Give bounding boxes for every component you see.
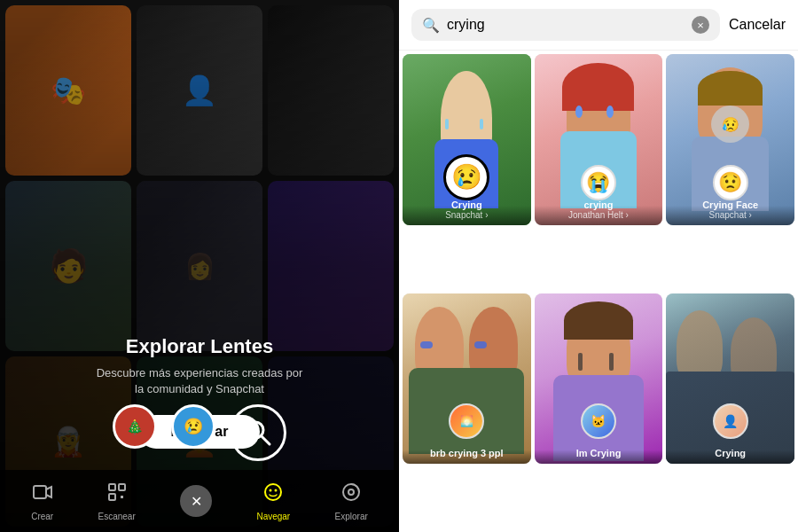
lens-badge-4: 🌅: [449, 403, 484, 439]
clear-button[interactable]: ×: [692, 16, 709, 34]
svg-point-7: [265, 484, 281, 500]
result-item-3[interactable]: 😥 😟 Crying Face Snapchat ›: [666, 54, 794, 225]
lens-previews: 🎄 😢: [0, 395, 399, 470]
navegar-icon: [262, 481, 284, 508]
result-overlay-5: Im Crying: [535, 441, 663, 464]
result-overlay-4: brb crying 3 ppl: [403, 441, 531, 464]
result-name-3: Crying Face: [671, 200, 789, 210]
svg-rect-2: [34, 486, 46, 498]
result-name-2: crying: [540, 200, 658, 210]
cancel-button[interactable]: Cancelar: [729, 17, 786, 33]
close-icon: ✕: [191, 493, 202, 510]
search-icon: 🔍: [422, 17, 440, 34]
result-author-3: Snapchat ›: [671, 210, 789, 220]
svg-line-1: [262, 436, 270, 444]
svg-rect-4: [119, 484, 125, 490]
nav-item-escanear[interactable]: Escanear: [98, 481, 136, 521]
right-panel: 🔍 × Cancelar: [399, 0, 798, 532]
crear-label: Crear: [31, 512, 53, 521]
result-overlay-3: Crying Face Snapchat ›: [666, 192, 794, 225]
left-title: Explorar Lentes: [126, 335, 273, 358]
lens-badge-first: 😢: [443, 154, 489, 200]
explorar-icon: [340, 481, 362, 508]
svg-point-11: [348, 489, 354, 495]
result-overlay-2: crying Jonathan Helt ›: [535, 192, 663, 225]
result-item-6[interactable]: 👤 Crying: [666, 293, 794, 465]
explorar-label: Explorar: [335, 512, 368, 521]
svg-point-8: [270, 489, 272, 491]
result-item-5[interactable]: 🐱 Im Crying: [535, 293, 663, 465]
result-name-4: brb crying 3 ppl: [408, 448, 526, 458]
svg-point-9: [275, 489, 278, 491]
lens-search-circle[interactable]: [230, 404, 286, 461]
result-item-4[interactable]: 🌅 brb crying 3 ppl: [403, 293, 531, 465]
nav-item-close[interactable]: ✕: [180, 485, 212, 517]
lens-badge-5: 🐱: [581, 403, 616, 439]
left-panel: 🎭 👤 🧑 👩 🧝 👱 Explorar Lentes Descubre más…: [0, 0, 399, 532]
result-author-1: Snapchat ›: [408, 210, 526, 220]
close-circle: ✕: [180, 485, 212, 517]
escanear-icon: [106, 481, 128, 508]
left-subtitle: Descubre más experiencias creadas por la…: [93, 365, 306, 397]
search-input-wrap: 🔍 ×: [411, 9, 720, 41]
clear-icon: ×: [697, 20, 704, 31]
search-bar: 🔍 × Cancelar: [399, 0, 798, 51]
lens-badge-6: 👤: [713, 403, 748, 439]
svg-rect-5: [109, 494, 115, 500]
lens-preview-xmas[interactable]: 🎄: [113, 404, 157, 449]
result-overlay-6: Crying: [666, 441, 794, 464]
result-author-2: Jonathan Helt ›: [540, 210, 658, 220]
nav-item-explorar[interactable]: Explorar: [335, 481, 368, 521]
search-large-icon: [244, 419, 272, 447]
nav-item-crear[interactable]: Crear: [31, 481, 53, 521]
result-item-1[interactable]: 😢 Crying Snapchat ›: [403, 54, 531, 225]
bottom-nav: Crear Escanear ✕: [0, 470, 399, 532]
search-input[interactable]: [447, 17, 685, 33]
result-name-1: Crying: [408, 200, 526, 210]
crear-icon: [32, 481, 53, 508]
svg-rect-3: [109, 484, 115, 490]
result-item-2[interactable]: 😭 crying Jonathan Helt ›: [535, 54, 663, 225]
svg-rect-6: [121, 496, 123, 498]
results-grid: 😢 Crying Snapchat ›: [399, 51, 798, 532]
navegar-label: Navegar: [256, 512, 290, 521]
result-name-5: Im Crying: [540, 448, 658, 458]
nav-item-navegar[interactable]: Navegar: [256, 481, 290, 521]
escanear-label: Escanear: [98, 512, 136, 521]
result-name-6: Crying: [671, 448, 789, 458]
lens-preview-face[interactable]: 😢: [171, 404, 215, 449]
